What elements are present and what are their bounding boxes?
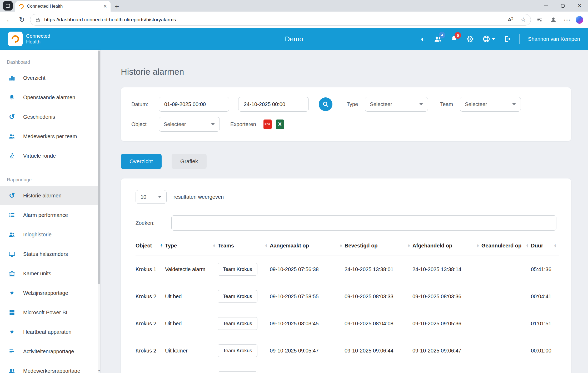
type-cell: Valdetectie alarm	[165, 256, 218, 283]
sidebar-item-kamer-units[interactable]: Kamer units	[0, 264, 100, 283]
favorite-star-icon[interactable]: ☆	[519, 16, 528, 23]
theme-toggle-button[interactable]: ◐	[421, 35, 425, 43]
type-cell: Uit bed	[165, 283, 218, 310]
globe-icon	[482, 35, 490, 43]
results-per-page-text: resultaten weergeven	[173, 194, 224, 200]
settings-button[interactable]: ⚙	[466, 35, 474, 43]
geannuleerd-op-cell	[481, 256, 531, 283]
tab-close-icon[interactable]: ×	[103, 3, 107, 9]
maximize-button[interactable]	[554, 0, 571, 12]
teams-cell: Team Krokus	[218, 364, 270, 373]
teams-cell: Team Krokus	[218, 283, 270, 310]
date-label: Datum:	[131, 101, 155, 107]
sidebar-item-heartbeat-apparaten[interactable]: ♥Heartbeat apparaten	[0, 322, 100, 342]
column-header-duur[interactable]: Duur▲▼	[531, 243, 559, 256]
new-tab-button[interactable]: +	[115, 3, 119, 10]
team-label: Team	[440, 101, 453, 107]
workspaces-button[interactable]	[3, 1, 13, 11]
minimize-icon	[544, 6, 548, 6]
column-header-type[interactable]: Type▲▼	[165, 243, 218, 256]
team-badge: Team Krokus	[218, 263, 257, 276]
sidebar-item-openstaande-alarmen[interactable]: Openstaande alarmen	[0, 88, 100, 107]
page-title: Historie alarmen	[121, 67, 571, 77]
scroll-down-arrow-icon[interactable]: ▼	[98, 369, 100, 372]
sidebar-scrollbar-thumb[interactable]	[98, 51, 100, 284]
site-favicon-icon	[18, 3, 24, 9]
aangemaakt-op-cell: 09-10-2025 08:03:45	[270, 310, 345, 337]
minimize-button[interactable]	[537, 0, 554, 12]
back-icon[interactable]: ←	[5, 16, 14, 24]
sort-icon: ▲▼	[526, 244, 529, 247]
sidebar-item-label: Status halszenders	[23, 251, 68, 257]
column-label: Bevestigd op	[345, 243, 378, 248]
team-select[interactable]: Selecteer	[460, 97, 521, 112]
sidebar-item-historie-alarmen[interactable]: ↺Historie alarmen	[0, 186, 100, 205]
language-selector[interactable]	[482, 35, 495, 43]
column-header-teams[interactable]: Teams▲▼	[218, 243, 270, 256]
object-cell: Krokus 2	[136, 283, 165, 310]
aangemaakt-op-cell: 09-10-2025 09:05:47	[270, 337, 345, 364]
type-select[interactable]: Selecteer	[365, 97, 428, 112]
tab-overzicht[interactable]: Overzicht	[121, 154, 162, 169]
sidebar-item-label: Medewerkers per team	[23, 133, 77, 140]
column-header-object[interactable]: Object▲▼	[136, 243, 165, 256]
walking-person-icon	[7, 153, 16, 159]
users-button[interactable]: 4	[434, 35, 442, 43]
sidebar-item-overzicht[interactable]: Overzicht	[0, 68, 100, 88]
type-label: Type	[347, 101, 358, 107]
sidebar-item-label: Virtuele ronde	[23, 153, 56, 159]
sign-out-button[interactable]	[504, 35, 511, 43]
page-size-select[interactable]: 10	[136, 190, 167, 204]
url-field[interactable]: https://dashboard.connected-health.nl/re…	[30, 14, 531, 26]
column-header-geannuleerd-op[interactable]: Geannuleerd op▲▼	[481, 243, 531, 256]
geannuleerd-op-cell	[481, 283, 531, 310]
browser-tab[interactable]: Connected Health ×	[15, 1, 111, 12]
sidebar-item-microsoft-power-bi[interactable]: Microsoft Power BI	[0, 303, 100, 322]
sidebar-item-medewerkers-per-team[interactable]: Medewerkers per team	[0, 127, 100, 146]
type-cell: Uit kamer	[165, 364, 218, 373]
column-label: Afgehandeld op	[412, 243, 452, 248]
building-icon	[7, 270, 16, 277]
column-label: Geannuleerd op	[481, 243, 521, 248]
people-badge: 4	[439, 32, 445, 38]
type-cell: Uit bed	[165, 310, 218, 337]
bevestigd-op-cell: 09-10-2025 08:04:08	[345, 310, 412, 337]
read-aloud-icon[interactable]: A))	[506, 17, 515, 23]
copilot-icon[interactable]	[576, 16, 583, 24]
sidebar-item-label: Geschiedenis	[23, 114, 55, 120]
export-pdf-icon[interactable]: PDF	[263, 120, 272, 129]
brand-text: Connected Health	[26, 33, 50, 45]
sidebar-item-inloghistorie[interactable]: Inloghistorie	[0, 225, 100, 244]
favorites-list-icon[interactable]	[535, 15, 545, 25]
sidebar-item-status-halszenders[interactable]: Status halszenders	[0, 244, 100, 264]
sidebar-item-geschiedenis[interactable]: ↺Geschiedenis	[0, 107, 100, 127]
table-search-input[interactable]	[171, 215, 556, 231]
browser-profile-avatar[interactable]	[548, 15, 558, 25]
afgehandeld-op-cell: 09-10-2025 08:03:36	[412, 283, 481, 310]
sidebar-item-virtuele-ronde[interactable]: Virtuele ronde	[0, 146, 100, 166]
sidebar-item-activiteitenrapportage[interactable]: Activiteitenrapportage	[0, 342, 100, 361]
aangemaakt-op-cell: 09-10-2025 07:58:55	[270, 283, 345, 310]
connected-health-logo[interactable]	[8, 32, 23, 46]
chevron-down-icon	[512, 103, 516, 105]
column-header-afgehandeld-op[interactable]: Afgehandeld op▲▼	[412, 243, 481, 256]
sidebar-item-welzijnsrapportage[interactable]: ♥Welzijnsrapportage	[0, 283, 100, 303]
browser-menu-icon[interactable]: ⋯	[562, 15, 572, 25]
search-button[interactable]	[319, 97, 332, 111]
sidebar-section-label: Dashboard	[0, 59, 100, 68]
refresh-icon[interactable]: ↻	[17, 16, 26, 24]
date-from-input[interactable]	[159, 97, 229, 112]
site-info-lock-icon[interactable]	[35, 17, 41, 23]
date-to-input[interactable]	[238, 97, 309, 112]
column-header-aangemaakt-op[interactable]: Aangemaakt op▲▼	[270, 243, 345, 256]
column-header-bevestigd-op[interactable]: Bevestigd op▲▼	[345, 243, 412, 256]
close-button[interactable]: ×	[571, 0, 588, 12]
export-excel-icon[interactable]: X	[276, 120, 284, 129]
object-select[interactable]: Selecteer	[159, 117, 220, 132]
sidebar-scrollbar[interactable]: ▼	[98, 50, 100, 373]
tab-grafiek[interactable]: Grafiek	[172, 154, 207, 169]
sidebar-item-alarm-performance[interactable]: Alarm performance	[0, 205, 100, 225]
duur-cell: 01:01:51	[531, 310, 559, 337]
notifications-button[interactable]: 0	[450, 35, 458, 43]
sidebar-item-medewerkersrapportage[interactable]: Medewerkersrapportage	[0, 361, 100, 373]
